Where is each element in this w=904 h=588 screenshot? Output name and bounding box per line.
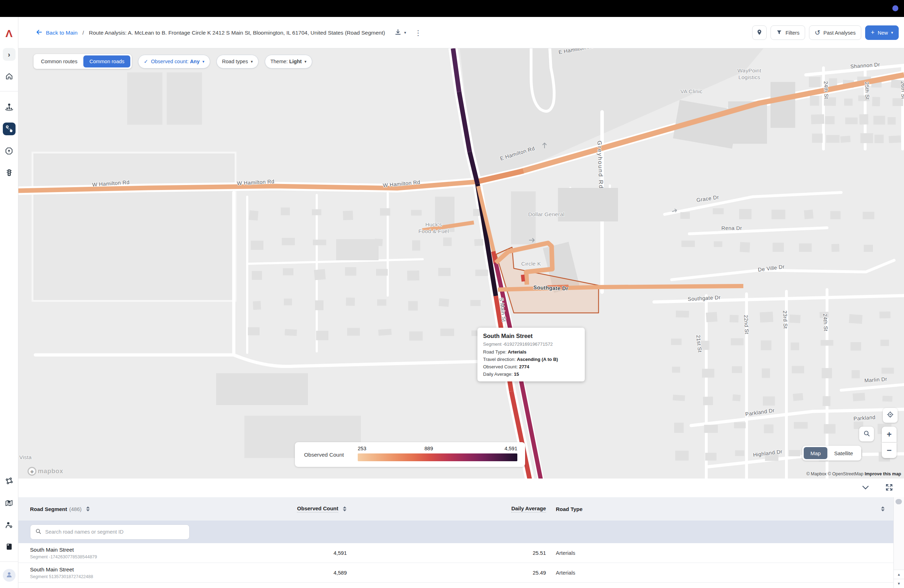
location-pin-icon (756, 29, 763, 37)
common-roads-tab[interactable]: Common roads (83, 55, 130, 68)
status-indicator-dot (892, 5, 898, 11)
chevron-down-icon: ▾ (251, 59, 253, 64)
user-avatar[interactable] (3, 569, 16, 582)
sidebar-item-map-explorer[interactable] (3, 496, 16, 509)
filters-label: Filters (785, 30, 799, 36)
row-observed-count: 4,589 (333, 570, 347, 575)
download-icon[interactable] (394, 28, 402, 38)
sort-observed-count-icon[interactable] (343, 506, 347, 512)
scroll-up-arrow[interactable]: ▲ (894, 570, 904, 579)
street-label: 24th St (823, 81, 830, 99)
home-icon (5, 72, 13, 81)
map-search-button[interactable] (859, 427, 874, 441)
legend-max: 4,591 (505, 446, 517, 451)
segments-table-panel: Road Segment (486) Observed Count Daily … (18, 479, 904, 588)
sidebar-expand-button[interactable]: › (3, 48, 16, 61)
chevron-down-icon: ▾ (304, 59, 307, 64)
sidebar-item-zones[interactable] (3, 144, 16, 157)
segments-table: Road Segment (486) Observed Count Daily … (18, 497, 893, 588)
person-icon (5, 571, 13, 580)
osm-attribution-link[interactable]: © OpenStreetMap (828, 471, 863, 476)
row-road-type: Arterials (556, 570, 893, 575)
kebab-menu-icon[interactable]: ⋮ (414, 28, 422, 37)
poi-label: Vista (19, 454, 32, 460)
col-observed-count[interactable]: Observed Count (297, 505, 338, 512)
search-input[interactable] (45, 529, 185, 535)
street-label: 23rd St (782, 310, 789, 329)
city-pin-icon (5, 103, 14, 112)
app-logo: Λ (5, 28, 13, 39)
back-arrow-icon (35, 28, 43, 38)
new-label: New (877, 30, 888, 36)
poi-label: Huck's Food & Fuel (419, 221, 449, 235)
download-caret-icon[interactable]: ▾ (404, 30, 406, 35)
table-scrollbar[interactable]: ▲ ▼ (893, 497, 904, 588)
zoom-in-button[interactable]: + (882, 427, 896, 442)
back-to-main-link[interactable]: Back to Main (35, 28, 78, 38)
expand-fullscreen-icon[interactable] (885, 483, 893, 493)
basemap-satellite-button[interactable]: Satellite (827, 447, 860, 459)
scrollbar-thumb[interactable] (896, 499, 902, 504)
map-pin-icon (5, 499, 13, 507)
poi-label: VA Clinic (681, 88, 703, 95)
locate-icon (887, 411, 894, 420)
table-filter-row (18, 520, 893, 543)
sidebar-divider (0, 91, 18, 92)
improve-map-link[interactable]: Improve this map (865, 471, 901, 476)
legend-min: 253 (358, 446, 366, 451)
table-header-row: Road Segment (486) Observed Count Daily … (18, 497, 893, 520)
search-icon (35, 528, 42, 536)
sidebar-item-user-management[interactable] (3, 518, 16, 531)
history-icon: ↺ (815, 29, 820, 36)
scroll-down-arrow[interactable]: ▼ (894, 579, 904, 588)
row-segment-id: Segment 513573018727422488 (30, 574, 205, 579)
sidebar-item-home[interactable] (3, 70, 16, 83)
map-canvas[interactable]: E Hamilton Rd Shannon Dr 24th St 25th St… (18, 48, 904, 479)
poi-label: Circle K (521, 260, 541, 267)
legend-mid: 889 (424, 446, 433, 451)
col-daily-average[interactable]: Daily Average (511, 505, 546, 512)
table-row[interactable]: South Main Street Segment -1742630778538… (18, 543, 893, 563)
route-icon (5, 124, 14, 133)
col-road-type[interactable]: Road Type (556, 506, 583, 512)
street-label: 25th St (864, 82, 871, 100)
basemap-toggle: Map Satellite (802, 446, 861, 460)
table-row[interactable]: South Main Street 4,586 25.48 Arterials (18, 583, 893, 588)
observed-count-chip[interactable]: ✓ Observed count: Any ▾ (138, 55, 210, 68)
street-label: 22nd St (743, 315, 750, 334)
basemap-map-button[interactable]: Map (804, 447, 827, 459)
sort-road-segment-icon[interactable] (86, 506, 90, 512)
funnel-icon (776, 29, 782, 36)
traffic-light-icon (5, 168, 13, 177)
road-types-chip[interactable]: Road types ▾ (217, 55, 259, 68)
sidebar: Λ › (0, 17, 18, 588)
sidebar-item-intersections[interactable] (3, 166, 16, 179)
street-label: 24th St (822, 313, 829, 331)
new-button[interactable]: + New ▾ (865, 25, 899, 40)
sidebar-item-draw-polygon[interactable] (3, 475, 16, 487)
sort-road-type-icon[interactable] (881, 506, 885, 512)
new-caret-icon: ▾ (891, 30, 893, 35)
zoom-out-button[interactable]: − (882, 443, 896, 458)
sidebar-item-route-analysis[interactable] (3, 123, 16, 135)
locate-button[interactable] (883, 408, 898, 423)
filters-button[interactable]: Filters (771, 25, 805, 40)
back-label: Back to Main (46, 30, 78, 36)
col-road-segment[interactable]: Road Segment (30, 506, 67, 512)
table-row[interactable]: South Main Street Segment 51357301872742… (18, 563, 893, 583)
common-routes-tab[interactable]: Common routes (35, 55, 83, 68)
table-search[interactable] (30, 525, 190, 540)
mapbox-attribution-link[interactable]: © Mapbox (806, 471, 826, 476)
plus-icon: + (871, 29, 875, 36)
sidebar-item-docs[interactable] (3, 540, 16, 553)
collapse-panel-icon[interactable] (861, 483, 870, 493)
location-pin-button[interactable] (752, 25, 767, 40)
mapbox-logo[interactable]: ◆ mapbox (28, 467, 63, 476)
street-label: Rena Dr (721, 225, 742, 231)
sidebar-item-city-analytics[interactable] (3, 101, 16, 113)
past-analyses-button[interactable]: ↺ Past Analyses (809, 25, 861, 40)
past-analyses-label: Past Analyses (823, 30, 856, 36)
breadcrumb-separator: / (83, 30, 84, 36)
theme-chip[interactable]: Theme: Light ▾ (265, 55, 312, 68)
book-icon (5, 542, 13, 551)
